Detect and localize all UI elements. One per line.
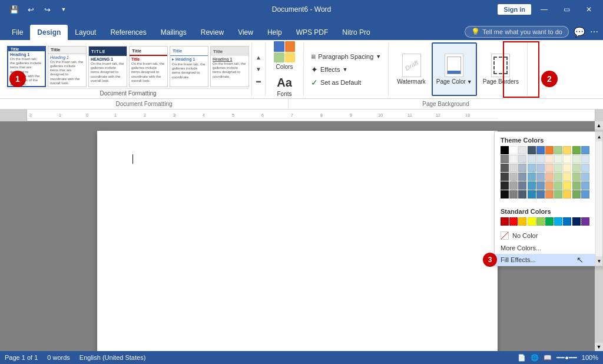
theme-color-cell[interactable] (518, 164, 526, 172)
theme-color-cell[interactable] (572, 155, 581, 163)
theme-color-cell[interactable] (528, 155, 536, 163)
standard-color-cell[interactable] (528, 217, 536, 226)
paragraph-spacing-button[interactable]: ≡ Paragraph Spacing ▼ (309, 51, 383, 62)
theme-color-cell[interactable] (545, 164, 554, 172)
theme-color-cell[interactable] (581, 190, 589, 198)
tab-help[interactable]: Help (260, 25, 289, 40)
theme-color-cell[interactable] (572, 164, 581, 172)
theme-color-cell[interactable] (554, 181, 562, 190)
theme-color-cell[interactable] (572, 173, 581, 181)
sign-in-button[interactable]: Sign in (498, 4, 531, 15)
theme-color-cell[interactable] (581, 164, 589, 172)
comments-icon[interactable]: 💬 (574, 27, 585, 38)
theme-scroll-up[interactable]: ▲ (253, 52, 264, 64)
theme-color-cell[interactable] (572, 190, 581, 198)
fill-effects-row[interactable]: Fill Effects... 3 ↖ (495, 254, 595, 266)
undo-quick-btn[interactable]: ↩ (24, 2, 38, 16)
theme-color-cell[interactable] (501, 190, 509, 198)
theme-color-cell[interactable] (563, 146, 571, 154)
theme-color-cell[interactable] (501, 155, 509, 163)
theme-color-cell[interactable] (563, 155, 571, 163)
effects-button[interactable]: ✦ Effects ▼ (309, 64, 383, 75)
fonts-button[interactable]: Aa Fonts (273, 74, 296, 100)
no-color-row[interactable]: No Color (495, 229, 595, 242)
theme-color-cell[interactable] (518, 190, 526, 198)
redo-quick-btn[interactable]: ↪ (40, 2, 54, 16)
theme-color-cell[interactable] (554, 173, 562, 181)
theme-color-cell[interactable] (572, 181, 581, 190)
save-quick-btn[interactable]: 💾 (7, 2, 21, 16)
theme-color-cell[interactable] (545, 181, 554, 190)
theme-color-cell[interactable] (518, 146, 526, 154)
theme-color-cell[interactable] (501, 146, 509, 154)
theme-color-cell[interactable] (509, 146, 518, 154)
theme-color-cell[interactable] (563, 181, 571, 190)
standard-color-cell[interactable] (572, 217, 581, 226)
close-button[interactable]: ✕ (579, 3, 598, 16)
theme-color-cell[interactable] (572, 146, 581, 154)
restore-button[interactable]: ▭ (557, 3, 576, 16)
theme-color-cell[interactable] (536, 146, 545, 154)
theme-color-cell[interactable] (528, 173, 536, 181)
scroll-down-doc[interactable]: ▼ (595, 343, 603, 351)
tab-nitro-pro[interactable]: Nitro Pro (335, 25, 377, 40)
theme-color-cell[interactable] (563, 190, 571, 198)
theme-item-2[interactable]: Title Heading 1 On the Insert tab, the g… (48, 46, 87, 87)
theme-color-cell[interactable] (518, 173, 526, 181)
tab-design[interactable]: Design (30, 25, 68, 40)
view-web-icon[interactable]: 🌐 (531, 354, 539, 362)
tab-references[interactable]: References (103, 25, 153, 40)
theme-color-cell[interactable] (545, 173, 554, 181)
theme-color-cell[interactable] (509, 190, 518, 198)
standard-color-cell[interactable] (509, 217, 518, 226)
view-read-icon[interactable]: 📖 (544, 354, 552, 362)
theme-color-cell[interactable] (581, 146, 589, 154)
theme-item-6[interactable]: Title Heading 1 On the Insert tab, the g… (210, 46, 249, 87)
standard-color-cell[interactable] (501, 217, 509, 226)
theme-color-cell[interactable] (545, 190, 554, 198)
theme-color-cell[interactable] (545, 146, 554, 154)
theme-color-cell[interactable] (554, 190, 562, 198)
more-colors-row[interactable]: More Colors... (495, 242, 595, 254)
theme-color-cell[interactable] (536, 173, 545, 181)
scroll-up-btn[interactable]: ▲ (596, 132, 602, 141)
standard-color-cell[interactable] (536, 217, 545, 226)
watermark-button[interactable]: Draft Watermark (393, 42, 429, 96)
theme-item-3[interactable]: TITLE HEADING 1 On the Insert tab, the g… (88, 46, 127, 87)
theme-color-cell[interactable] (536, 164, 545, 172)
theme-color-cell[interactable] (563, 164, 571, 172)
theme-color-cell[interactable] (501, 181, 509, 190)
tab-layout[interactable]: Layout (68, 25, 103, 40)
tell-me-input[interactable]: Tell me what you want to do (482, 28, 562, 35)
theme-scroll-down[interactable]: ▼ (253, 64, 264, 75)
theme-color-cell[interactable] (528, 164, 536, 172)
theme-color-cell[interactable] (528, 146, 536, 154)
theme-color-cell[interactable] (581, 155, 589, 163)
tab-review[interactable]: Review (194, 25, 231, 40)
scroll-up-doc[interactable]: ▲ (595, 121, 603, 130)
colors-button[interactable]: Colors (270, 39, 299, 72)
scroll-down-btn[interactable]: ▼ (596, 256, 602, 266)
theme-color-cell[interactable] (528, 190, 536, 198)
theme-item-4[interactable]: Title Title On the Insert tab, the galle… (129, 46, 168, 87)
page-borders-button[interactable]: Page Borders (479, 42, 522, 96)
theme-color-cell[interactable] (536, 155, 545, 163)
view-print-icon[interactable]: 📄 (518, 354, 526, 362)
theme-color-cell[interactable] (554, 164, 562, 172)
document-page[interactable] (97, 131, 498, 351)
standard-color-cell[interactable] (545, 217, 554, 226)
theme-color-cell[interactable] (501, 164, 509, 172)
theme-color-cell[interactable] (509, 173, 518, 181)
zoom-slider[interactable]: ━━●━━ (556, 354, 577, 362)
standard-color-cell[interactable] (581, 217, 589, 226)
theme-color-cell[interactable] (509, 181, 518, 190)
theme-color-cell[interactable] (563, 173, 571, 181)
theme-color-cell[interactable] (554, 155, 562, 163)
tab-wps-pdf[interactable]: WPS PDF (289, 25, 336, 40)
theme-color-cell[interactable] (536, 181, 545, 190)
page-color-button[interactable]: Page Color ▼ (432, 42, 477, 96)
minimize-button[interactable]: — (535, 3, 554, 16)
tab-mailings[interactable]: Mailings (154, 25, 194, 40)
theme-color-cell[interactable] (528, 181, 536, 190)
theme-color-cell[interactable] (545, 155, 554, 163)
